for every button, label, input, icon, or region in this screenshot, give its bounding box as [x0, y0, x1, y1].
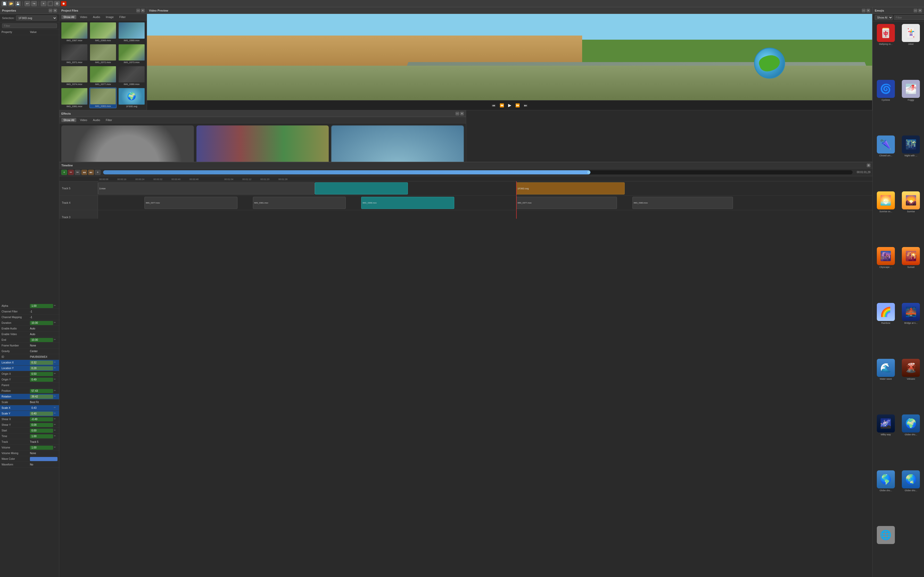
prop-row-volume[interactable]: Volume1.00✏	[0, 445, 59, 451]
emoji-item-globe1[interactable]: 🌍Globe sho...	[900, 413, 923, 467]
properties-minimize[interactable]: —	[49, 9, 52, 12]
emoji-item-cityscape-d[interactable]: 🌆Cityscape ...	[874, 246, 897, 300]
prop-row-track[interactable]: TrackTrack 5	[0, 439, 59, 445]
tab-video[interactable]: Video	[78, 15, 89, 19]
prop-edit-icon[interactable]: ✏	[54, 435, 58, 438]
skip-end-button[interactable]: ⏭	[523, 103, 528, 108]
file-item[interactable]: IMG_0381.mov	[61, 88, 88, 108]
tab-image[interactable]: Image	[103, 15, 116, 19]
prop-edit-icon[interactable]: ✏	[54, 423, 58, 427]
prop-value-bar[interactable]: 0.08	[30, 423, 53, 427]
project-files-close[interactable]: ✕	[141, 9, 145, 12]
emojis-show-all-dropdown[interactable]: Show All	[875, 15, 893, 20]
track-4-clip-5[interactable]: IMG_0383.mov	[632, 197, 733, 209]
prop-edit-icon[interactable]: ✏	[54, 412, 58, 416]
skip-start-button[interactable]: ⏮	[491, 103, 496, 108]
prop-edit-icon[interactable]: ✏	[54, 338, 58, 342]
file-item[interactable]: IMG_0374.mov	[61, 66, 88, 86]
emoji-item-globe4[interactable]: 🌐	[874, 525, 897, 575]
track-4-clip-3[interactable]: IMG_0368.mov	[361, 197, 454, 209]
file-item[interactable]: 🌍1F30D.svg	[118, 88, 145, 108]
play-button[interactable]: ▶	[507, 102, 512, 108]
prop-edit-icon[interactable]: ✏	[54, 361, 58, 364]
track-4-content[interactable]: IMG_0377.mov IMG_0381.mov IMG_0368.mov I…	[98, 196, 872, 210]
emoji-item-joker[interactable]: 🃏Joker	[900, 23, 923, 77]
settings-button[interactable]: ⚙	[54, 1, 60, 6]
emoji-item-bridge[interactable]: 🌉Bridge at n...	[900, 302, 923, 356]
emoji-item-night[interactable]: 🌃Night with ...	[900, 134, 923, 188]
new-button[interactable]: 📄	[2, 1, 7, 6]
prop-value-bar[interactable]: 0.40	[30, 412, 53, 416]
file-item[interactable]: IMG_0372.mov	[89, 44, 116, 64]
undo-button[interactable]: ↩	[24, 1, 30, 6]
next-marker-button[interactable]: ⏭	[88, 170, 94, 175]
prop-row-enable-audio[interactable]: Enable AudioAuto	[0, 326, 59, 332]
prop-value-bar[interactable]: 1.00	[30, 304, 53, 308]
effects-tab-video[interactable]: Video	[78, 118, 89, 122]
track-3-content[interactable]	[98, 210, 872, 219]
prop-value-bar[interactable]: 1.00	[30, 434, 53, 438]
step-back-button[interactable]: ⏪	[499, 103, 505, 108]
properties-close[interactable]: ✕	[53, 9, 57, 12]
file-item[interactable]: IMG_0373.mov	[118, 44, 145, 64]
emoji-item-sunrise-ov[interactable]: 🌅Sunrise ov...	[874, 190, 897, 244]
save-button[interactable]: 💾	[15, 1, 21, 6]
prop-row-duration[interactable]: Duration10.00✏	[0, 320, 59, 326]
export-button[interactable]: ⬛	[47, 1, 53, 6]
emoji-item-globe3[interactable]: 🌏Globe sho...	[900, 469, 923, 523]
track-4-clip-1[interactable]: IMG_0377.mov	[144, 197, 237, 209]
prop-row-scale[interactable]: ScaleBest Fit	[0, 400, 59, 405]
prop-edit-icon[interactable]: ✏	[54, 321, 58, 325]
prop-edit-icon[interactable]: ✏	[54, 429, 58, 432]
emoji-item-sunrise[interactable]: 🌄Sunrise	[900, 190, 923, 244]
emoji-item-foggy[interactable]: 🌁Foggy	[900, 79, 923, 133]
prop-edit-icon[interactable]: ✏	[54, 372, 58, 376]
prop-value-bar[interactable]: 57.43	[30, 389, 53, 393]
emoji-item-mahjong[interactable]: 🀄Mahjong re...	[874, 23, 897, 77]
prop-row-end[interactable]: End10.00✏	[0, 337, 59, 343]
track-5-clip-3[interactable]: 1F30D.svg	[516, 182, 625, 195]
prev-marker-button[interactable]: ⏮	[81, 170, 87, 175]
prop-edit-icon[interactable]: ✏	[54, 417, 58, 421]
remove-clip-button[interactable]: ✂	[68, 170, 74, 175]
emoji-item-closed-umbrella[interactable]: 🌂Closed um...	[874, 134, 897, 188]
prop-value-bar[interactable]: 1.00	[30, 446, 53, 450]
cut-button[interactable]: ✂	[75, 170, 81, 175]
prop-row-start[interactable]: Start0.00✏	[0, 428, 59, 434]
file-item[interactable]: IMG_0369.mov	[118, 22, 145, 42]
emoji-item-water[interactable]: 🌊Water wave	[874, 358, 897, 412]
prop-row-gravity[interactable]: GravityCenter	[0, 348, 59, 354]
prop-row-alpha[interactable]: Alpha1.00✏	[0, 303, 59, 309]
prop-row-id[interactable]: IDPMUB600WE4	[0, 354, 59, 360]
track-5-clip-1[interactable]: 3.mov	[98, 182, 315, 195]
track-4-clip-4[interactable]: IMG_0377.mov	[516, 197, 617, 209]
emoji-item-volcano[interactable]: 🌋Volcano	[900, 358, 923, 412]
prop-value-bar[interactable]: 0.32	[30, 361, 53, 365]
prop-edit-icon[interactable]: ✏	[54, 395, 58, 398]
emoji-item-sunset[interactable]: 🌇Sunset	[900, 246, 923, 300]
prop-row-location-y[interactable]: Location Y0.28✏	[0, 366, 59, 371]
timeline-progress[interactable]	[103, 170, 853, 174]
effects-tab-audio[interactable]: Audio	[91, 118, 102, 122]
timeline-settings[interactable]: ⚙	[867, 164, 871, 167]
prop-value-bar[interactable]: 0.49	[30, 378, 53, 382]
prop-value-bar[interactable]: 0.50	[30, 372, 53, 376]
open-button[interactable]: 📂	[8, 1, 14, 6]
emoji-item-milky[interactable]: 🌌Milky way	[874, 413, 897, 467]
file-item[interactable]: IMG_0367.mov	[61, 22, 88, 42]
redo-button[interactable]: ↪	[31, 1, 37, 6]
track-5-content[interactable]: 3.mov 1F30D.svg	[98, 181, 872, 195]
prop-row-parent[interactable]: Parent	[0, 382, 59, 388]
emojis-close[interactable]: ✕	[918, 9, 922, 12]
prop-value-bar[interactable]: 0.28	[30, 366, 53, 371]
track-5-clip-2[interactable]	[315, 182, 408, 195]
prop-edit-icon[interactable]: ✏	[54, 389, 58, 393]
effects-close[interactable]: ✕	[460, 112, 464, 115]
prop-row-channel-mapping[interactable]: Channel Mapping-1	[0, 314, 59, 320]
prop-row-enable-video[interactable]: Enable VideoAuto	[0, 332, 59, 337]
prop-row-scale-y[interactable]: Scale Y0.40✏	[0, 411, 59, 416]
effects-tab-filter[interactable]: Filter	[103, 118, 114, 122]
prop-edit-icon[interactable]: ✏	[54, 406, 58, 410]
file-item[interactable]: IMG_0368.mov	[89, 22, 116, 42]
prop-value-bar[interactable]: 10.00	[30, 321, 53, 325]
